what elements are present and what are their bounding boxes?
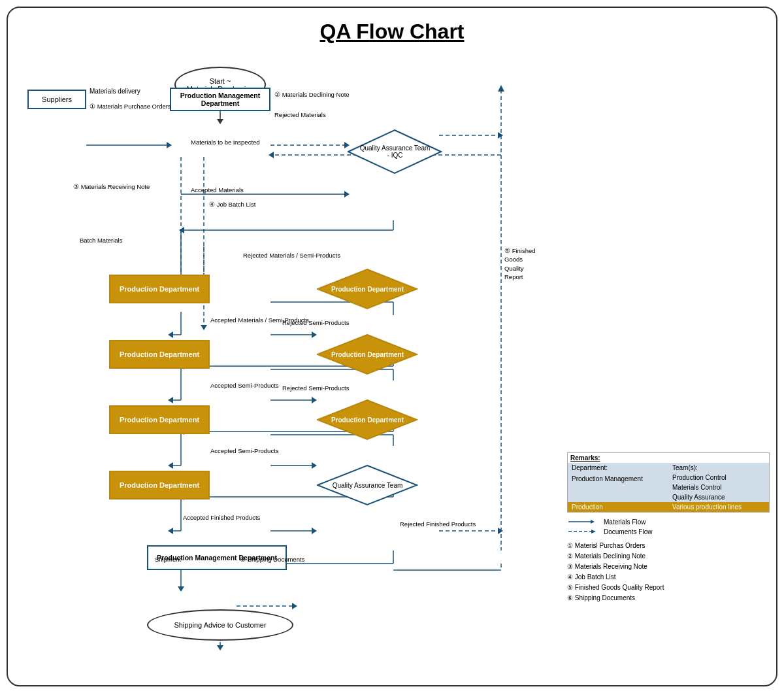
svg-marker-67 [217,645,223,651]
prod-dept-1-rect: Production Department [109,275,210,303]
legend-dept-header: Department: [568,463,668,473]
label-accepted-finished: Accepted Finished Products [183,514,260,521]
svg-marker-69 [292,603,297,609]
materials-flow-label: Materials Flow [604,518,645,526]
legend-table: Department: Team(s): Production Manageme… [568,463,769,512]
qa-iqc-diamond: Quality Assurance Team - IQC [348,129,442,175]
legend-remarks: Remarks: Department: Team(s): Production… [567,452,770,513]
label-rejected-semi1: Rejected Semi-Products [282,319,349,326]
label-accepted-semi1: Accepted Semi-Products [210,382,279,389]
svg-marker-14 [344,191,350,197]
note-3: ③ Materials Receiving Note [567,562,770,572]
prod-dept-3-rect: Production Department [109,405,210,434]
svg-marker-54 [168,528,173,534]
prod-mgmt-top-rect: Production Management Department [170,88,270,111]
note-2: ② Materials Declining Note [567,551,770,562]
svg-marker-1 [498,85,504,92]
label-mat-inspect: Materials to be inspected [191,139,260,146]
note-5: ⑤ Finished Goods Quality Report [567,583,770,593]
documents-flow-item: Documents Flow [567,528,770,535]
svg-marker-17 [179,227,184,233]
svg-marker-44 [168,462,173,469]
svg-marker-56 [312,528,317,534]
legend-row1-team2: Materials Control [668,482,769,492]
label-mat-receiving: ③ Materials Receiving Note [73,183,150,190]
outer-border: QA Flow Chart [7,7,777,686]
svg-marker-78 [591,530,596,533]
materials-flow-icon [567,518,600,526]
label-rejected-finished: Rejected Finished Products [400,520,476,528]
label-batch-mat: Batch Materials [80,237,122,244]
materials-flow-item: Materials Flow [567,518,770,526]
svg-marker-11 [269,152,274,158]
note-4: ④ Job Batch List [567,572,770,583]
prod-dept-2-diamond: Production Department [317,333,418,375]
documents-flow-label: Documents Flow [604,528,652,535]
svg-marker-65 [178,586,184,592]
flow-lines [8,54,544,688]
label-shipping-docs: ⑥ Shipping Documents [240,556,304,563]
svg-marker-36 [312,397,317,403]
legend-prod-dept: Production [568,502,668,512]
prod-dept-1-diamond: Production Department [317,268,418,310]
documents-flow-icon [567,528,600,535]
legend-header-row: Department: Team(s): [568,463,769,473]
legend-row1: Production Management Production Control [568,473,769,482]
prod-dept-2-rect: Production Department [109,340,210,369]
svg-marker-3 [217,119,223,124]
svg-marker-58 [498,528,503,534]
note-1: ① Materisl Purchas Orders [567,541,770,551]
legend-prod-mgmt-dept: Production Management [568,473,668,502]
label-rejected-materials: Rejected Materials [274,111,326,118]
label-rejected-semi2: Rejected Semi-Products [282,384,349,392]
legend-notes: ① Materisl Purchas Orders ② Materials De… [567,541,770,603]
legend-team-header: Team(s): [668,463,769,473]
label-materials-delivery: Materials delivery [90,88,140,95]
suppliers-rect: Suppliers [27,90,86,109]
remarks-title: Remarks: [568,453,769,463]
label-rejected-mat-semi: Rejected Materials / Semi-Products [243,252,340,259]
svg-marker-76 [591,520,595,524]
legend-row2: Production Various production lines [568,502,769,512]
svg-marker-46 [312,462,317,469]
legend-row1-team3: Quality Assurance [668,492,769,502]
label-job-batch: ④ Job Batch List [209,201,255,208]
label-accepted-semi2: Accepted Semi-Products [210,447,279,454]
svg-marker-5 [167,142,172,148]
shipping-ellipse: Shipping Advice to Customer [147,609,293,641]
legend-area: Remarks: Department: Team(s): Production… [567,452,770,603]
qa-final-diamond: Quality Assurance Team [317,464,418,506]
svg-marker-24 [168,331,173,338]
label-accepted-mat: Accepted Materials [191,186,244,194]
svg-marker-9 [498,132,503,139]
note-6: ⑥ Shipping Documents [567,593,770,603]
page-title: QA Flow Chart [8,8,776,49]
label-mat-purchase-orders: ① Materials Purchase Orders [90,103,171,110]
prod-dept-4-rect: Production Department [109,471,210,499]
svg-marker-21 [201,325,207,330]
legend-row2-team: Various production lines [668,502,769,512]
label-mat-declining-note: ② Materials Declining Note [274,91,350,98]
prod-dept-3-diamond: Production Department [317,399,418,441]
label-shipment: Shipment [155,556,181,563]
svg-marker-26 [312,331,317,338]
svg-marker-34 [168,397,173,403]
label-finished-goods: ⑤ Finished Goods Quality Report [504,246,536,281]
legend-row1-team1: Production Control [668,473,769,482]
legend-flow: Materials Flow Documents Flow [567,518,770,535]
